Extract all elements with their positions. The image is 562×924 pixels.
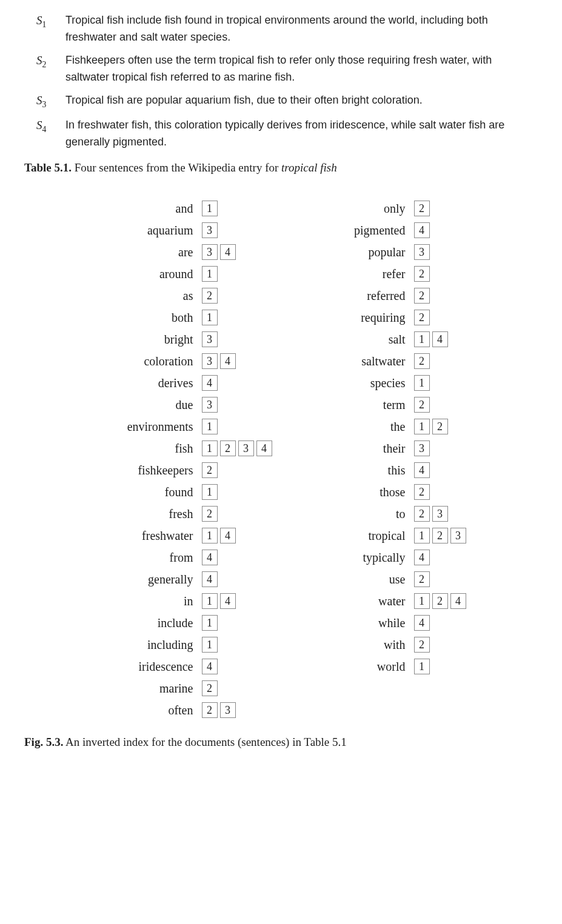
index-row: with2	[309, 636, 466, 654]
index-term: are	[96, 243, 202, 261]
posting-box: 2	[414, 266, 430, 282]
posting-box: 1	[202, 637, 218, 653]
posting-box: 3	[202, 331, 218, 347]
index-term: referred	[309, 287, 414, 305]
postings-list: 4	[414, 615, 430, 631]
index-column: and1aquarium3are34around1as2both1bright3…	[96, 199, 272, 719]
index-row: use2	[309, 570, 466, 588]
index-row: around1	[96, 265, 272, 283]
inverted-index: and1aquarium3are34around1as2both1bright3…	[24, 199, 538, 719]
sentence-label: S2	[24, 52, 65, 71]
index-row: both1	[96, 308, 272, 327]
postings-list: 2	[414, 201, 430, 216]
posting-box: 4	[220, 244, 236, 260]
sentence-text: Tropical fish are popular aquarium fish,…	[65, 92, 423, 109]
index-row: iridescence4	[96, 657, 272, 676]
postings-list: 1	[202, 484, 218, 500]
posting-box: 3	[450, 528, 466, 543]
postings-list: 34	[202, 353, 236, 369]
index-term: refer	[309, 265, 414, 283]
index-row: the12	[309, 417, 466, 436]
posting-box: 1	[202, 419, 218, 434]
postings-list: 3	[202, 397, 218, 413]
posting-box: 2	[202, 506, 218, 522]
index-term: iridescence	[96, 657, 202, 676]
index-row: from4	[96, 548, 272, 567]
posting-box: 1	[202, 484, 218, 500]
postings-list: 4	[202, 571, 218, 587]
posting-box: 4	[414, 550, 430, 565]
index-term: in	[96, 592, 202, 610]
table-label: Table 5.1.	[24, 161, 72, 174]
index-row: saltwater2	[309, 352, 466, 370]
posting-box: 2	[432, 593, 448, 609]
index-term: both	[96, 308, 202, 327]
postings-list: 1	[202, 201, 218, 216]
postings-list: 1	[202, 637, 218, 653]
postings-list: 2	[202, 288, 218, 304]
posting-box: 3	[432, 506, 448, 522]
postings-list: 34	[202, 244, 236, 260]
posting-box: 2	[414, 288, 430, 304]
index-row: this4	[309, 461, 466, 479]
postings-list: 14	[414, 331, 448, 347]
postings-list: 3	[202, 222, 218, 238]
posting-box: 3	[202, 222, 218, 238]
index-term: often	[96, 701, 202, 719]
postings-list: 14	[202, 593, 236, 609]
posting-box: 4	[202, 659, 218, 674]
index-row: fish1234	[96, 439, 272, 457]
index-row: as2	[96, 287, 272, 305]
postings-list: 3	[414, 244, 430, 260]
postings-list: 124	[414, 593, 466, 609]
posting-box: 4	[220, 593, 236, 609]
postings-list: 1	[202, 615, 218, 631]
posting-box: 2	[202, 462, 218, 478]
postings-list: 1	[414, 375, 430, 391]
index-term: marine	[96, 679, 202, 697]
posting-box: 4	[414, 615, 430, 631]
index-term: due	[96, 396, 202, 414]
index-row: coloration34	[96, 352, 272, 370]
posting-box: 1	[414, 528, 430, 543]
posting-box: 4	[256, 440, 272, 456]
index-term: environments	[96, 417, 202, 436]
index-term: aquarium	[96, 221, 202, 239]
postings-list: 2	[202, 462, 218, 478]
posting-box: 1	[414, 419, 430, 434]
index-row: their3	[309, 439, 466, 457]
index-term: water	[309, 592, 414, 610]
sentence-label: S1	[24, 12, 65, 31]
postings-list: 1234	[202, 440, 272, 456]
sentence-item: S4In freshwater fish, this coloration ty…	[24, 117, 538, 151]
index-row: found1	[96, 483, 272, 501]
index-row: while4	[309, 614, 466, 632]
postings-list: 2	[202, 680, 218, 696]
posting-box: 2	[414, 484, 430, 500]
sentence-text: Tropical fish include fish found in trop…	[65, 12, 538, 46]
index-term: from	[96, 548, 202, 567]
postings-list: 1	[414, 659, 430, 674]
index-term: term	[309, 396, 414, 414]
index-row: fresh2	[96, 505, 272, 523]
posting-box: 2	[220, 440, 236, 456]
sentence-text: Fishkeepers often use the term tropical …	[65, 52, 538, 86]
postings-list: 2	[414, 353, 430, 369]
index-row: popular3	[309, 243, 466, 261]
index-row: derives4	[96, 374, 272, 392]
posting-box: 4	[202, 550, 218, 565]
postings-list: 12	[414, 419, 448, 434]
posting-box: 1	[414, 331, 430, 347]
posting-box: 2	[202, 702, 218, 718]
index-row: often23	[96, 701, 272, 719]
index-term: around	[96, 265, 202, 283]
posting-box: 4	[202, 375, 218, 391]
index-term: fish	[96, 439, 202, 457]
posting-box: 3	[202, 397, 218, 413]
index-row: world1	[309, 657, 466, 676]
postings-list: 4	[202, 659, 218, 674]
postings-list: 2	[414, 397, 430, 413]
index-term: requiring	[309, 308, 414, 327]
index-row: refer2	[309, 265, 466, 283]
postings-list: 4	[202, 550, 218, 565]
